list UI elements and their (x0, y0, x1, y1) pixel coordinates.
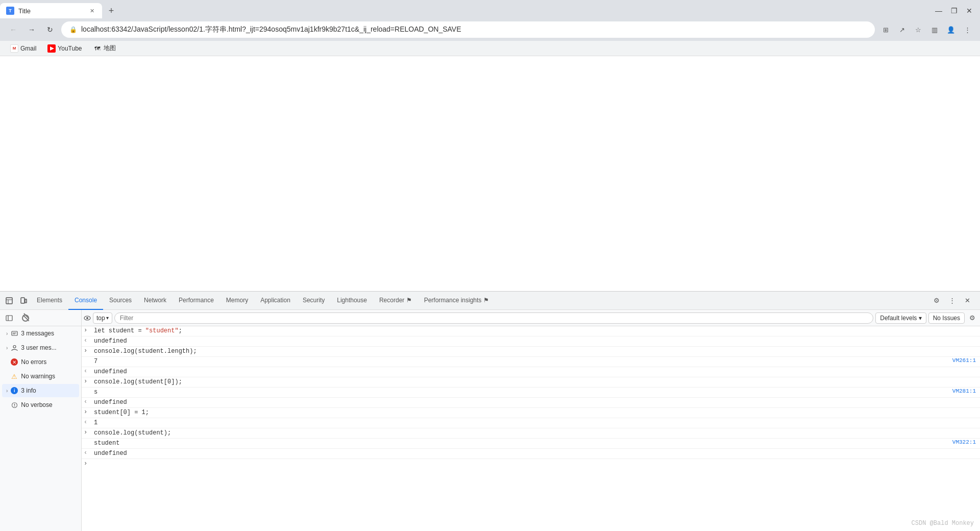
sidebar-item-messages[interactable]: › 3 messages (2, 327, 79, 340)
row-content-1-out: undefined (92, 337, 980, 345)
browser-tab-title[interactable]: T Title ✕ (0, 3, 102, 18)
console-sidebar-toggle[interactable] (2, 310, 16, 327)
devtools-tab-security[interactable]: Security (297, 292, 331, 310)
row-content-4: student[0] = 1; (92, 408, 980, 417)
code-text-3: console.log(student[0]); (94, 378, 182, 385)
menu-icon[interactable]: ⋮ (961, 23, 974, 36)
row-arrow-3-out: ‹ (82, 398, 92, 405)
svg-rect-3 (21, 298, 24, 303)
sidebar-arrow-messages: › (6, 331, 8, 336)
sidebar-arrow-verbose: › (6, 402, 8, 408)
row-source-3[interactable]: VM281:1 (952, 388, 980, 394)
console-row-5: › console.log(student); (82, 428, 980, 439)
bookmark-gmail[interactable]: M Gmail (6, 43, 40, 54)
console-settings-button[interactable]: ⚙ (967, 312, 978, 324)
console-prompt-input[interactable] (92, 460, 980, 467)
back-button[interactable]: ← (6, 22, 20, 37)
devtools-tab-recorder[interactable]: Recorder ⚑ (373, 292, 418, 310)
context-selector[interactable]: top ▾ (93, 312, 112, 324)
devtools-tab-console[interactable]: Console (68, 292, 103, 310)
row-arrow-1[interactable]: › (82, 327, 92, 334)
sidebar-arrow-warnings: › (6, 374, 8, 379)
sidebar-warnings-icon: ⚠ (11, 373, 18, 380)
row-arrow-2[interactable]: › (82, 347, 92, 354)
bookmark-youtube[interactable]: YouTube (43, 43, 86, 54)
devtools-device-icon[interactable] (16, 292, 31, 310)
row-source-2[interactable]: VM261:1 (952, 357, 980, 364)
devtools-tab-lighthouse-label: Lighthouse (337, 297, 367, 304)
tab-close-button[interactable]: ✕ (88, 7, 96, 15)
console-row-2: › console.log(student.length); (82, 347, 980, 357)
bookmark-youtube-label: YouTube (58, 45, 82, 52)
translate-icon[interactable]: ⊞ (879, 23, 892, 36)
share-icon[interactable]: ↗ (895, 23, 909, 36)
row-content-4-out: 1 (92, 419, 980, 427)
sidebar-item-user-messages[interactable]: › 3 user mes... (2, 341, 79, 354)
devtools-elements-icon[interactable] (2, 292, 16, 310)
devtools-tab-security-label: Security (303, 297, 325, 304)
bookmark-maps[interactable]: 🗺 地图 (89, 43, 120, 54)
sidebar-arrow-info: › (6, 388, 8, 394)
devtools-tab-lighthouse[interactable]: Lighthouse (331, 292, 373, 310)
bookmark-icon[interactable]: ☆ (912, 23, 925, 36)
devtools-tab-sources[interactable]: Sources (103, 292, 138, 310)
address-actions: ⊞ ↗ ☆ ▥ 👤 ⋮ (879, 23, 974, 36)
devtools-tab-application[interactable]: Application (254, 292, 297, 310)
forward-button[interactable]: → (24, 22, 39, 37)
row-content-3-val: s (92, 388, 952, 396)
tab-title-label: Title (18, 7, 84, 15)
reload-button[interactable]: ↻ (43, 22, 57, 37)
console-output: › let student = "student"; ‹ undefined › (82, 326, 980, 531)
devtools-tab-memory[interactable]: Memory (220, 292, 254, 310)
sidebar-item-errors[interactable]: › ✕ No errors (2, 355, 79, 369)
default-levels-button[interactable]: Default levels ▾ (875, 312, 926, 324)
row-arrow-5[interactable]: › (82, 429, 92, 436)
devtools-tab-performance[interactable]: Performance (173, 292, 220, 310)
console-row-4: › student[0] = 1; (82, 408, 980, 418)
devtools-settings-button[interactable]: ⚙ (930, 294, 943, 307)
lock-icon: 🔒 (69, 26, 77, 33)
svg-rect-5 (6, 316, 12, 321)
row-arrow-5-out: ‹ (82, 449, 92, 456)
devtools-tab-network[interactable]: Network (138, 292, 173, 310)
no-issues-badge[interactable]: No Issues (928, 312, 965, 324)
sidebar-item-info[interactable]: › i 3 info (2, 384, 79, 397)
console-filter-input[interactable] (114, 312, 874, 324)
eye-icon[interactable] (84, 315, 91, 322)
watermark: CSDN @Bald Monkey (912, 520, 974, 527)
address-text[interactable]: localhost:63342/JavaScript/lesson02/1.字符… (81, 25, 867, 34)
minimize-button[interactable]: — (932, 4, 945, 17)
error-circle-icon: ✕ (11, 358, 18, 366)
row-content-5-out: undefined (92, 449, 980, 457)
row-arrow-3[interactable]: › (82, 378, 92, 385)
devtools-tab-memory-label: Memory (226, 297, 248, 304)
restore-button[interactable]: ❐ (947, 4, 961, 17)
code-text-2: console.log(student.length); (94, 348, 197, 355)
devtools-close-button[interactable]: ✕ (961, 294, 974, 307)
console-toolbar: top ▾ Default levels ▾ No Issues ⚙ (82, 310, 980, 326)
row-source-5[interactable]: VM322:1 (952, 439, 980, 445)
console-row-1: › let student = "student"; (82, 326, 980, 336)
row-arrow-4[interactable]: › (82, 408, 92, 416)
devtools-tab-elements[interactable]: Elements (31, 292, 68, 310)
context-selector-label: top (96, 315, 105, 322)
close-button[interactable]: ✕ (963, 4, 976, 17)
sidebar-item-warnings[interactable]: › ⚠ No warnings (2, 370, 79, 383)
new-tab-button[interactable]: + (104, 4, 118, 18)
code-text-1: let student = "student"; (94, 327, 182, 334)
sidebar-item-verbose[interactable]: › No verbose (2, 398, 79, 412)
profile-icon[interactable]: 👤 (944, 23, 958, 36)
console-row-4-output: ‹ 1 (82, 418, 980, 428)
sidebar-item-user-messages-label: 3 user mes... (21, 344, 75, 351)
devtools-more-button[interactable]: ⋮ (945, 294, 959, 307)
sidebar-icon[interactable]: ▥ (928, 23, 941, 36)
youtube-icon (47, 44, 56, 53)
console-sidebar: › 3 messages › 3 user mes... › (0, 310, 82, 531)
tab-controls: — ❐ ✕ (932, 4, 980, 17)
devtools-tab-performance-insights[interactable]: Performance insights ⚑ (418, 292, 495, 310)
svg-point-10 (13, 345, 16, 348)
page-area (0, 56, 980, 291)
sidebar-item-verbose-label: No verbose (21, 401, 75, 408)
console-clear-button[interactable] (18, 310, 33, 327)
sidebar-arrow-user-messages: › (6, 345, 8, 351)
